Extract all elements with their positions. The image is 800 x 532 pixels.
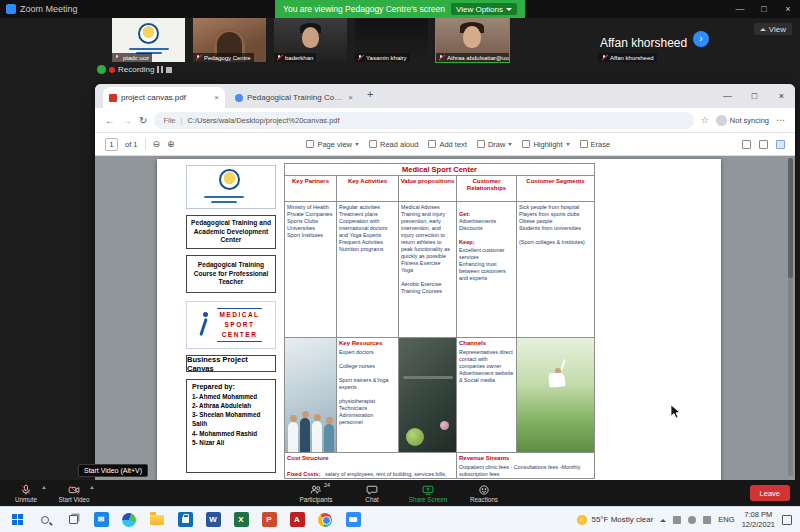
view-layout-button[interactable]: View [754,23,792,35]
next-participants-button[interactable]: › [693,31,709,47]
taskbar-search-button[interactable] [32,508,58,532]
chevron-up-icon[interactable] [90,484,94,489]
muted-mic-icon [438,54,445,61]
pdf-viewport[interactable]: Pedagogical Training and Academic Develo… [95,156,795,480]
participant-name: Pedagogy Centre [204,55,251,61]
participants-button[interactable]: 24 Participants [296,480,336,506]
minimize-button[interactable]: — [728,0,752,18]
taskbar-word[interactable]: W [200,508,226,532]
language-indicator[interactable]: ENG [718,515,734,524]
edge-icon [122,513,136,527]
browser-menu-icon[interactable]: ⋯ [776,115,785,125]
favorite-icon[interactable]: ☆ [701,115,709,125]
leave-button[interactable]: Leave [750,485,790,501]
screen-share-banner: You are viewing Pedagogy Centre's screen… [275,0,525,18]
windows-logo-icon [12,514,23,525]
weather-widget[interactable]: 55°F Mostly clear [577,515,653,525]
battery-icon[interactable] [673,516,681,524]
draw-button[interactable]: Draw [477,140,513,149]
print-icon[interactable] [742,140,751,149]
header-text: Customer Relationships [457,176,516,192]
tab-project-canvas[interactable]: project canvas.pdf × [103,87,225,108]
new-tab-button[interactable]: + [367,88,373,100]
refresh-button[interactable]: ↻ [139,115,147,126]
taskbar-edge[interactable] [116,508,142,532]
runner-figure-icon [200,312,212,338]
portrait-face [463,26,481,48]
participants-label: Participants [300,496,333,503]
chevron-up-icon[interactable] [42,484,46,489]
recording-label: Recording [118,65,154,74]
participant-name: ptadc uoz [123,55,149,61]
tab-pedagogical-course[interactable]: Pedagogical Training Course G... × [229,87,359,108]
browser-minimize-button[interactable]: — [714,84,741,108]
start-button[interactable] [4,508,30,532]
taskbar-acrobat[interactable]: A [284,508,310,532]
participant-name: Yasamin khairy [366,55,407,61]
erase-icon [580,140,588,148]
address-bar[interactable]: File | C:/Users/wala/Desktop/project%20c… [154,112,693,129]
pause-recording-button[interactable] [157,66,163,73]
address-separator: | [180,116,182,125]
page-view-button[interactable]: Page view [306,140,359,149]
tab-close-icon[interactable]: × [214,93,219,102]
close-button[interactable]: × [776,0,800,18]
notification-center-button[interactable] [782,515,792,525]
video-thumbnail-athraa[interactable]: Athraa abdulsattar@uoz... [436,18,509,62]
back-button[interactable]: ← [105,115,115,126]
start-video-button[interactable]: Start Video [54,480,94,506]
taskbar-store[interactable] [172,508,198,532]
unmute-button[interactable]: Unmute [6,480,46,506]
taskbar-excel[interactable]: X [228,508,254,532]
clock[interactable]: 7:08 PM 12/2/2021 [742,510,775,529]
share-screen-button[interactable]: Share Screen [408,480,448,506]
profile-button[interactable]: Not syncing [716,115,769,126]
task-view-button[interactable] [60,508,86,532]
page-number-input[interactable]: 1 [105,138,118,151]
video-thumbnail-baderkhan[interactable]: baderkhan [274,18,347,62]
save-icon[interactable] [759,140,768,149]
header-text: Customer Segments [517,176,594,185]
video-thumbnail-ptadc[interactable]: ptadc uoz [112,18,185,62]
pdf-scrollbar[interactable] [788,158,793,476]
browser-window-controls: — □ × [714,84,795,108]
erase-button[interactable]: Erase [580,140,611,149]
taskbar-chrome[interactable] [312,508,338,532]
taskbar-file-explorer[interactable] [144,508,170,532]
pin-toolbar-icon[interactable] [776,140,785,149]
highlight-button[interactable]: Highlight [522,140,569,149]
browser-maximize-button[interactable]: □ [741,84,768,108]
chat-button[interactable]: Chat [352,480,392,506]
taskbar-zoom[interactable] [340,508,366,532]
header-customer-segments: Customer Segments [516,175,595,202]
maximize-button[interactable]: □ [752,0,776,18]
security-shield-icon[interactable] [97,65,106,74]
yoga-photo [516,337,595,453]
cell-text: Sick people from hospital Players from s… [517,202,594,248]
video-thumbnail-yasamin[interactable]: Yasamin khairy [355,18,428,62]
cell-customer-segments: Sick people from hospital Players from s… [516,201,595,338]
taskbar-mail[interactable]: ✉ [88,508,114,532]
tab-close-icon[interactable]: × [348,93,353,102]
volume-icon[interactable] [703,516,711,524]
video-thumbnail-pedagogy[interactable]: Pedagogy Centre [193,18,266,62]
browser-close-button[interactable]: × [768,84,795,108]
weather-icon [577,515,587,525]
channels-label: Channels [457,338,516,347]
read-aloud-button[interactable]: Read aloud [369,140,418,149]
zoom-in-icon[interactable]: ⊕ [167,139,175,149]
network-icon[interactable] [688,516,696,524]
add-text-button[interactable]: Add text [428,140,467,149]
forward-button[interactable]: → [122,115,132,126]
tab-title: Pedagogical Training Course G... [247,93,344,102]
taskbar-powerpoint[interactable]: P [256,508,282,532]
prepared-by-box: Prepared by: 1- Ahmed Mohammed 2- Athraa… [186,379,276,473]
pdf-scrollbar-thumb[interactable] [788,158,793,278]
reactions-button[interactable]: Reactions [464,480,504,506]
zoom-out-icon[interactable]: ⊖ [153,139,161,149]
cell-text: Expert doctors College nurses Sport trai… [337,347,398,428]
show-hidden-icons-button[interactable] [660,516,666,522]
muted-mic-icon [195,54,202,61]
view-options-button[interactable]: View Options [451,3,517,15]
stop-recording-button[interactable] [166,67,172,73]
